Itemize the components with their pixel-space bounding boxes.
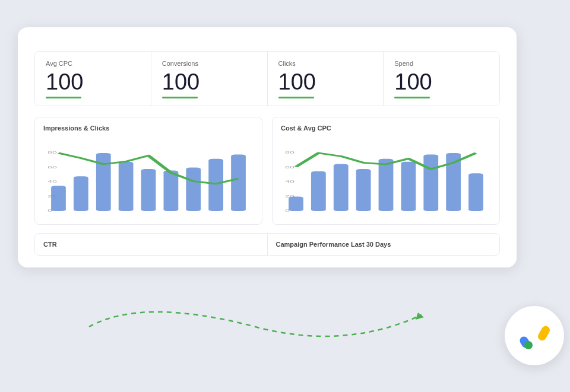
dashboard-card: Avg CPC 100 Conversions 100 Clicks 100 S… [18,27,517,267]
dashed-arrow-decoration [83,291,428,339]
svg-rect-19 [289,196,303,211]
chart-title-0: Impressions & Clicks [43,125,254,132]
svg-marker-28 [416,313,424,320]
kpi-label: Avg CPC [46,60,140,67]
svg-rect-22 [356,168,371,211]
kpi-value: 100 [46,71,140,93]
svg-rect-20 [311,171,326,211]
svg-rect-30 [536,324,550,342]
svg-text:80: 80 [48,151,57,154]
chart-area-1: 020406080 [281,136,491,219]
chart-svg-1: 020406080 [281,136,491,219]
svg-rect-23 [379,158,394,211]
google-ads-logo [505,306,564,365]
svg-text:60: 60 [48,165,57,168]
chart-svg-0: 020406080 [43,136,254,219]
bottom-cell-0: CTR [35,234,268,255]
kpi-bar [162,97,198,98]
kpi-label: Conversions [162,60,256,67]
kpi-value: 100 [162,71,256,93]
svg-rect-9 [141,168,156,211]
chart-panel-1: Cost & Avg CPC 020406080 [272,117,500,225]
svg-rect-12 [208,158,223,211]
kpi-cell-conversions: Conversions 100 [151,52,268,106]
svg-rect-8 [119,161,134,211]
svg-text:60: 60 [285,165,294,168]
svg-text:80: 80 [285,151,294,154]
bottom-cell-1: Campaign Performance Last 30 Days [268,234,500,255]
kpi-cell-spend: Spend 100 [384,52,499,106]
chart-title-1: Cost & Avg CPC [281,125,491,132]
svg-rect-27 [468,173,483,211]
kpi-label: Clicks [278,60,373,67]
svg-rect-6 [74,176,88,211]
google-ads-icon [518,320,550,352]
scene: Avg CPC 100 Conversions 100 Clicks 100 S… [18,21,552,371]
svg-point-31 [524,341,533,349]
chart-area-0: 020406080 [43,136,254,219]
kpi-bar [46,97,81,98]
kpi-cell-avg-cpc: Avg CPC 100 [35,52,151,106]
svg-rect-13 [231,154,246,211]
svg-text:40: 40 [48,180,57,183]
svg-rect-10 [163,170,178,211]
kpi-label: Spend [394,60,489,67]
chart-panel-0: Impressions & Clicks 020406080 [34,117,262,225]
svg-rect-21 [334,164,349,211]
bottom-row: CTRCampaign Performance Last 30 Days [34,233,500,256]
kpi-row: Avg CPC 100 Conversions 100 Clicks 100 S… [34,51,500,106]
kpi-cell-clicks: Clicks 100 [268,52,384,106]
svg-text:40: 40 [285,180,294,183]
kpi-bar [278,97,314,98]
svg-rect-11 [186,167,201,211]
kpi-value: 100 [394,71,489,93]
kpi-value: 100 [278,71,373,93]
kpi-bar [394,97,430,98]
svg-rect-7 [96,153,111,211]
svg-rect-25 [423,154,438,211]
svg-rect-24 [401,161,416,211]
svg-rect-5 [51,186,66,211]
charts-row: Impressions & Clicks 020406080 Cost & Av… [34,117,500,225]
